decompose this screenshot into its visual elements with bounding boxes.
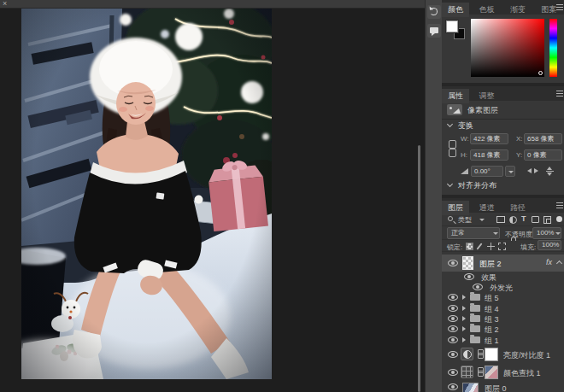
effects-row[interactable]: 效果 xyxy=(442,272,564,282)
fx-badge[interactable]: fx xyxy=(546,258,552,266)
collapse-effects-icon[interactable] xyxy=(556,260,562,266)
layer-row-group-3[interactable]: 组 3 xyxy=(442,313,564,324)
layer-row-group-2[interactable]: 组 2 xyxy=(442,324,564,335)
expand-group-icon[interactable] xyxy=(462,326,466,331)
chevron-down-icon xyxy=(479,219,485,221)
expand-group-icon[interactable] xyxy=(462,337,466,342)
expand-group-icon[interactable] xyxy=(462,306,466,311)
expand-group-icon[interactable] xyxy=(462,295,466,300)
width-field[interactable]: 422 像素 xyxy=(470,133,508,144)
filter-adjustment-layers-icon[interactable] xyxy=(509,216,517,224)
lock-paint-icon[interactable] xyxy=(476,243,482,249)
pixel-layer-icon xyxy=(447,104,462,115)
chevron-down-icon xyxy=(555,232,561,235)
visibility-eye-icon[interactable] xyxy=(448,260,458,266)
search-icon xyxy=(448,216,453,221)
properties-panel-tabs: 属性 调整 xyxy=(442,86,564,101)
properties-panel: 属性 调整 像素图层 变换 W: 422 像素 X: 658 像素 H: 418… xyxy=(442,86,564,195)
hue-slider[interactable] xyxy=(549,19,557,77)
x-label: X: xyxy=(516,135,523,143)
layer-kind-row: 像素图层 xyxy=(442,101,564,120)
layer-thumbnail-image[interactable] xyxy=(462,383,479,392)
layer-thumbnail-transparent[interactable] xyxy=(462,256,473,270)
filter-toggle-icon[interactable] xyxy=(556,216,562,222)
layer-row-group-1[interactable]: 组 1 xyxy=(442,335,564,345)
layer-row-layer-2[interactable]: 图层 2 fx xyxy=(442,255,564,272)
layer-row-brightness-contrast[interactable]: 亮度/对比度 1 xyxy=(442,345,564,363)
transform-section-header[interactable]: 变换 xyxy=(442,120,564,132)
blend-mode-row: 正常 不透明度: 100% xyxy=(442,226,564,240)
history-panel-button[interactable] xyxy=(427,5,441,19)
visibility-eye-icon[interactable] xyxy=(448,369,458,376)
brightness-contrast-icon[interactable] xyxy=(461,348,473,360)
transform-section-label: 变换 xyxy=(458,120,473,132)
panel-menu-icon[interactable] xyxy=(556,4,563,10)
visibility-eye-icon[interactable] xyxy=(448,383,458,390)
mask-link-icon xyxy=(478,367,482,377)
foreground-color-swatch[interactable] xyxy=(446,20,458,32)
comment-icon xyxy=(430,27,438,33)
flip-vertical-icon[interactable] xyxy=(546,167,554,176)
visibility-eye-icon[interactable] xyxy=(448,336,458,343)
filter-pixel-layers-icon[interactable] xyxy=(496,216,505,223)
outer-glow-row[interactable]: 外发光 xyxy=(442,282,564,292)
visibility-eye-icon[interactable] xyxy=(448,305,458,312)
filter-type-dropdown[interactable]: 类型 xyxy=(458,215,472,225)
y-field[interactable]: 0 像素 xyxy=(524,149,562,161)
lock-label: 锁定: xyxy=(447,243,462,252)
color-lookup-icon[interactable] xyxy=(461,366,473,378)
link-dimensions-icon[interactable] xyxy=(449,140,455,157)
visibility-eye-icon[interactable] xyxy=(448,315,458,322)
chevron-down-icon xyxy=(493,232,498,235)
filter-type-layers-icon[interactable]: T xyxy=(521,214,526,223)
filter-shape-layers-icon[interactable] xyxy=(532,216,539,223)
layer-row-group-4[interactable]: 组 4 xyxy=(442,303,564,313)
x-field[interactable]: 658 像素 xyxy=(524,133,562,144)
document-tab-bar[interactable]: × xyxy=(0,0,425,9)
layer-filter-row: 类型 T xyxy=(442,213,564,226)
lock-position-icon[interactable] xyxy=(487,243,495,250)
layer-mask-thumbnail[interactable] xyxy=(485,366,498,379)
layer-row-color-lookup[interactable]: 颜色查找 1 xyxy=(442,363,564,381)
angle-field[interactable]: 0.00° xyxy=(471,166,503,177)
layer-list: 图层 2 fx 效果 外发光 组 5 xyxy=(442,255,564,392)
panel-menu-icon[interactable] xyxy=(556,91,563,97)
canvas-photo[interactable] xyxy=(21,9,272,379)
visibility-eye-icon[interactable] xyxy=(448,325,458,332)
tab-close-icon[interactable]: × xyxy=(3,0,7,9)
visibility-eye-icon[interactable] xyxy=(473,284,483,290)
visibility-eye-icon[interactable] xyxy=(448,351,458,358)
filter-smart-objects-icon[interactable] xyxy=(543,216,551,224)
lock-artboard-icon[interactable] xyxy=(498,243,506,250)
panel-dock xyxy=(425,0,442,392)
folder-icon xyxy=(470,315,480,322)
chevron-down-icon xyxy=(447,121,453,127)
blend-mode-select[interactable]: 正常 xyxy=(447,227,500,239)
folder-icon xyxy=(470,325,480,332)
folder-icon xyxy=(470,305,480,312)
lock-transparency-icon[interactable] xyxy=(466,243,473,250)
fill-label: 填充: xyxy=(520,243,536,252)
flip-horizontal-icon[interactable] xyxy=(527,167,538,175)
align-section-label: 对齐并分布 xyxy=(458,180,496,191)
saturation-brightness-field[interactable] xyxy=(471,19,544,77)
panel-menu-icon[interactable] xyxy=(556,202,563,208)
layer-row-group-5[interactable]: 组 5 xyxy=(442,292,564,303)
layer-mask-thumbnail[interactable] xyxy=(485,348,498,361)
folder-icon xyxy=(470,294,480,301)
color-panel: 颜色 色板 渐变 图案 xyxy=(442,0,564,83)
layer-row-layer-0[interactable]: 图层 0 xyxy=(442,381,564,392)
angle-dropdown[interactable] xyxy=(505,166,515,177)
expand-group-icon[interactable] xyxy=(462,316,466,321)
chevron-down-icon xyxy=(508,171,514,173)
chevron-down-icon xyxy=(447,181,453,187)
notes-panel-button[interactable] xyxy=(427,24,441,38)
visibility-eye-icon[interactable] xyxy=(448,294,458,301)
canvas-scrollbar[interactable] xyxy=(418,145,420,392)
height-field[interactable]: 418 像素 xyxy=(470,149,508,161)
color-cursor[interactable] xyxy=(538,71,543,75)
visibility-eye-icon[interactable] xyxy=(464,273,474,280)
align-section-header[interactable]: 对齐并分布 xyxy=(442,179,564,192)
fill-select[interactable]: 100% xyxy=(538,240,561,250)
color-picker xyxy=(442,15,564,83)
